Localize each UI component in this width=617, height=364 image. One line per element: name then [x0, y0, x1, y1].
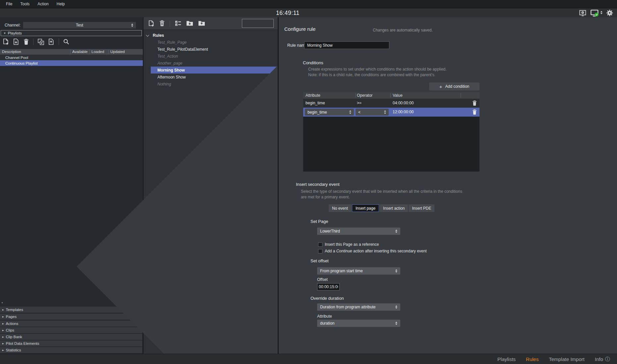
override-duration-title: Override duration [310, 296, 344, 301]
playlist-row-label: Channel Pool [5, 56, 28, 60]
program-output-ok-icon[interactable] [590, 10, 599, 17]
expand-triangle-icon: ▸ [2, 348, 4, 352]
reference-checkbox-label: Insert this Page as a reference [325, 242, 379, 247]
offset-input[interactable] [317, 283, 340, 290]
option-insert-pde[interactable]: Insert PDE [409, 204, 434, 212]
tree-item-another-page[interactable]: Another_page [143, 60, 278, 67]
sidebar-section-clip-bank[interactable]: ▸ Clip Bank [0, 334, 142, 340]
condition-value[interactable]: 12:00:00:00 [393, 110, 414, 114]
nav-template-import[interactable]: Template Import [549, 356, 585, 362]
channel-select-value: Test [76, 23, 83, 27]
tree-item-morning-show-selected[interactable]: Morning Show [151, 67, 278, 74]
search-icon[interactable] [63, 39, 69, 45]
rules-toolbar-field[interactable] [242, 19, 274, 28]
sidebar-section-clips[interactable]: ▸ Clips [0, 327, 142, 333]
export-playlist-icon[interactable] [48, 38, 54, 45]
col-updated[interactable]: Updated [110, 50, 125, 54]
nav-info-label: Info [595, 356, 603, 362]
tree-root-rules[interactable]: Rules [143, 32, 278, 39]
option-insert-page-selected[interactable]: Insert page [352, 204, 379, 212]
rules-toolbar [143, 17, 278, 30]
channel-select[interactable]: Test [23, 22, 136, 28]
delete-rule-icon[interactable] [159, 20, 165, 26]
settings-gear-icon[interactable] [606, 10, 613, 16]
scrollbar-track[interactable] [6, 302, 125, 304]
secondary-event-description-2: are met for a primary event. [301, 195, 350, 199]
continue-checkbox-row[interactable]: Add a Continue action after inserting th… [318, 249, 427, 253]
nav-playlists[interactable]: Playlists [497, 356, 516, 362]
operator-dropdown[interactable]: < [356, 109, 389, 116]
delete-condition-icon[interactable] [472, 100, 477, 106]
playlist-row-continuous-selected[interactable]: Continuous Playlist [0, 60, 143, 66]
output-selector-spinner[interactable] [600, 11, 602, 15]
tree-item-label: Another_page [157, 61, 182, 66]
col-loaded[interactable]: Loaded [91, 50, 104, 54]
nav-rules-active[interactable]: Rules [526, 356, 538, 362]
menu-tools[interactable]: Tools [17, 2, 33, 6]
plus-icon: + [439, 84, 442, 89]
col-value: Value [393, 93, 403, 98]
tree-item-test-action[interactable]: Test_Action [143, 53, 278, 60]
attribute-dropdown[interactable]: begin_time [305, 109, 354, 116]
section-label: Pages [6, 315, 17, 319]
tree-item-test-rule-page[interactable]: Test_Rule_Page [143, 39, 278, 46]
playlists-toolbar [0, 37, 143, 47]
sidebar-section-pages[interactable]: ▸ Pages [0, 314, 142, 320]
offset-label: Offset [317, 277, 328, 282]
section-label: Clip Bank [6, 335, 22, 339]
duration-mode-dropdown[interactable]: Duration from program attribute [317, 303, 400, 311]
copy-playlist-icon[interactable] [38, 39, 44, 45]
col-available[interactable]: Available [72, 50, 87, 54]
playlist-row-channel-pool[interactable]: Channel Pool [0, 55, 143, 60]
page-title: Configure rule [284, 26, 315, 32]
expand-triangle-icon: ▸ [2, 342, 4, 345]
menu-file[interactable]: File [2, 2, 16, 6]
import-playlist-icon[interactable] [13, 38, 19, 45]
add-condition-button[interactable]: + Add condition [429, 82, 479, 90]
duration-attribute-dropdown[interactable]: duration [317, 320, 400, 327]
toolbar-separator [170, 20, 170, 27]
checklist-icon[interactable] [175, 21, 181, 26]
conditions-title: Conditions [303, 60, 323, 65]
condition-row-selected[interactable]: begin_time < 12:00:00:00 [303, 108, 479, 117]
playlist-table-header: Description Available Loaded Updated [0, 49, 143, 55]
tree-item-afternoon-show[interactable]: Afternoon Show [143, 74, 278, 80]
continue-checkbox[interactable] [318, 249, 322, 253]
new-playlist-icon[interactable] [3, 38, 9, 45]
dropdown-spinner-icon [395, 305, 397, 309]
attribute-dropdown-value: begin_time [308, 110, 327, 115]
menu-action[interactable]: Action [34, 2, 52, 6]
reference-checkbox[interactable] [318, 242, 322, 247]
chevron-down-icon[interactable] [146, 33, 149, 37]
tree-root-label: Rules [153, 33, 164, 38]
secondary-event-title: Insert secondary event [296, 182, 340, 187]
offset-mode-dropdown[interactable]: From program start time [317, 267, 400, 275]
nav-info[interactable]: Info ⓘ [595, 356, 610, 362]
reference-checkbox-row[interactable]: Insert this Page as a reference [318, 242, 379, 247]
delete-playlist-icon[interactable] [24, 39, 29, 45]
import-rules-folder-icon[interactable] [186, 21, 193, 26]
scroll-left-icon[interactable]: ◂ [1, 301, 3, 304]
menu-bar: File Tools Action Help [0, 0, 617, 8]
option-insert-action[interactable]: Insert action [380, 204, 408, 212]
playlists-section-header[interactable]: ▾ Playlists [1, 30, 142, 36]
option-no-event[interactable]: No event [329, 204, 351, 212]
page-dropdown[interactable]: LowerThird [317, 228, 400, 235]
conditions-description-1: Create expressions to set under which co… [308, 67, 447, 72]
condition-row[interactable]: begin_time >= 04:00:00:00 [303, 99, 479, 108]
rule-name-input[interactable] [304, 41, 389, 49]
app-window: File Tools Action Help 16:49:11 [0, 0, 617, 364]
sidebar-section-pilot-data-elements[interactable]: ▸ Pilot Data Elements [0, 340, 142, 346]
output-config-icon[interactable] [579, 10, 586, 16]
playlist-row-label: Continuous Playlist [5, 61, 38, 65]
tree-item-nothing[interactable]: Nothing [143, 80, 278, 87]
col-description[interactable]: Description [2, 50, 21, 54]
menu-help[interactable]: Help [53, 2, 69, 6]
delete-condition-icon[interactable] [472, 109, 477, 115]
tree-item-label: Test_Rule_Page [157, 40, 187, 45]
new-rule-icon[interactable] [148, 20, 154, 27]
tree-item-test-rule-pilotdataelement[interactable]: Test_Rule_PilotDataElement [143, 46, 278, 53]
export-rules-folder-icon[interactable] [198, 21, 205, 26]
sidebar-section-actions[interactable]: ▸ Actions [0, 321, 142, 327]
sidebar-section-statistics[interactable]: ▸ Statistics [0, 347, 142, 353]
